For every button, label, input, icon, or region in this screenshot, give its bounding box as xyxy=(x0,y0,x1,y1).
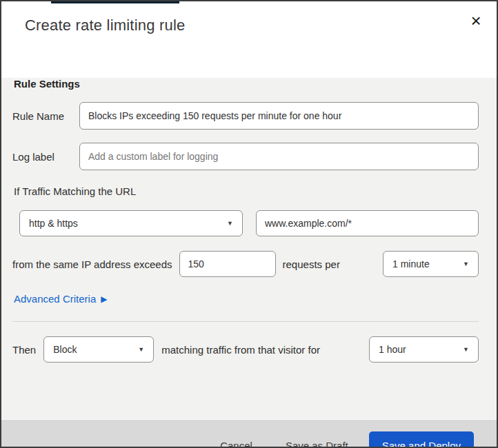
close-button[interactable]: × xyxy=(465,10,487,32)
action-middle-text: matching traffic from that visitor for xyxy=(161,344,320,356)
traffic-match-heading: If Traffic Matching the URL xyxy=(14,185,479,198)
url-pattern-input[interactable] xyxy=(256,210,479,236)
rule-name-row: Rule Name xyxy=(12,102,479,130)
save-as-draft-button[interactable]: Save as Draft xyxy=(284,434,350,448)
then-label: Then xyxy=(12,344,36,356)
advanced-criteria-label: Advanced Criteria xyxy=(14,293,96,305)
log-label-label: Log label xyxy=(12,151,79,163)
period-select-value: 1 minute xyxy=(392,258,430,269)
modal-header: Create rate limiting rule × xyxy=(1,1,497,55)
chevron-down-icon: ▼ xyxy=(138,347,144,353)
scheme-select-value: http & https xyxy=(29,218,78,229)
action-row: Then Block ▼ matching traffic from that … xyxy=(12,336,479,363)
section-heading-rule-settings: Rule Settings xyxy=(14,78,479,90)
rule-name-label: Rule Name xyxy=(12,110,79,122)
advanced-criteria-link[interactable]: Advanced Criteria ▶ xyxy=(14,293,107,305)
action-select[interactable]: Block ▼ xyxy=(43,336,154,363)
period-select[interactable]: 1 minute ▼ xyxy=(383,251,479,277)
duration-select-value: 1 hour xyxy=(379,344,406,355)
chevron-down-icon: ▼ xyxy=(227,221,233,227)
close-icon: × xyxy=(470,10,481,31)
rule-name-input[interactable] xyxy=(79,102,479,130)
threshold-input[interactable] xyxy=(179,251,276,277)
cancel-button[interactable]: Cancel xyxy=(219,434,254,448)
modal-footer: Cancel Save as Draft Save and Deploy xyxy=(1,419,497,448)
background-page-edge xyxy=(51,1,179,3)
chevron-down-icon: ▼ xyxy=(463,347,469,353)
action-select-value: Block xyxy=(53,344,77,355)
log-label-input[interactable] xyxy=(79,143,479,170)
section-divider xyxy=(12,321,479,322)
threshold-text-before: from the same IP address exceeds xyxy=(12,258,172,270)
threshold-row: from the same IP address exceeds request… xyxy=(12,251,479,277)
modal-title: Create rate limiting rule xyxy=(25,17,185,34)
create-rate-limit-modal: Create rate limiting rule × Rule Setting… xyxy=(0,0,498,448)
duration-select[interactable]: 1 hour ▼ xyxy=(369,336,479,363)
save-and-deploy-button[interactable]: Save and Deploy xyxy=(369,431,474,448)
arrow-right-icon: ▶ xyxy=(101,295,107,303)
log-label-row: Log label xyxy=(12,143,479,170)
chevron-down-icon: ▼ xyxy=(463,261,469,267)
scheme-select[interactable]: http & https ▼ xyxy=(19,210,243,236)
modal-body: Rule Settings Rule Name Log label If Tra… xyxy=(1,78,497,419)
threshold-text-after: requests per xyxy=(283,258,340,270)
url-match-row: http & https ▼ xyxy=(19,210,479,236)
